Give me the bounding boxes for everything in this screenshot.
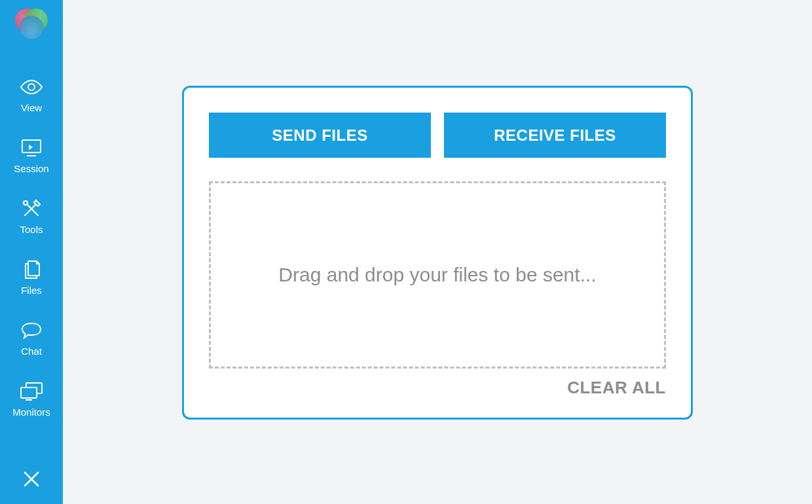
svg-point-2 [20, 16, 43, 39]
sidebar-item-label: Session [14, 163, 48, 174]
close-icon [22, 470, 41, 491]
clear-row: CLEAR ALL [209, 378, 666, 398]
sidebar: View Session Tools [0, 0, 63, 504]
sidebar-item-label: Files [21, 285, 42, 296]
sidebar-item-session[interactable]: Session [0, 128, 63, 189]
files-icon [21, 259, 42, 281]
clear-all-button[interactable]: CLEAR ALL [567, 378, 666, 398]
sidebar-item-chat[interactable]: Chat [0, 310, 63, 371]
sidebar-item-monitors[interactable]: Monitors [0, 371, 63, 432]
tools-icon [22, 198, 41, 220]
send-files-button[interactable]: SEND FILES [209, 113, 431, 158]
main-area: SEND FILES RECEIVE FILES Drag and drop y… [63, 0, 812, 504]
app-logo [14, 5, 49, 41]
receive-files-button[interactable]: RECEIVE FILES [444, 113, 666, 158]
session-icon [20, 137, 43, 159]
button-row: SEND FILES RECEIVE FILES [209, 113, 666, 158]
sidebar-item-files[interactable]: Files [0, 249, 63, 310]
svg-point-8 [24, 201, 28, 205]
file-dropzone[interactable]: Drag and drop your files to be sent... [209, 181, 666, 369]
file-transfer-panel: SEND FILES RECEIVE FILES Drag and drop y… [182, 86, 693, 420]
sidebar-item-label: Monitors [12, 406, 50, 418]
sidebar-item-label: Chat [21, 346, 42, 357]
dropzone-text: Drag and drop your files to be sent... [278, 264, 596, 286]
close-button[interactable] [0, 470, 63, 491]
chat-icon [20, 319, 43, 342]
svg-rect-10 [21, 387, 37, 398]
sidebar-item-label: Tools [20, 224, 43, 235]
nav-list: View Session Tools [0, 67, 63, 432]
sidebar-item-label: View [21, 102, 42, 113]
sidebar-item-view[interactable]: View [0, 67, 63, 128]
svg-rect-4 [22, 140, 41, 153]
svg-point-3 [28, 84, 35, 90]
sidebar-item-tools[interactable]: Tools [0, 189, 63, 249]
monitors-icon [20, 380, 43, 403]
eye-icon [20, 76, 43, 98]
